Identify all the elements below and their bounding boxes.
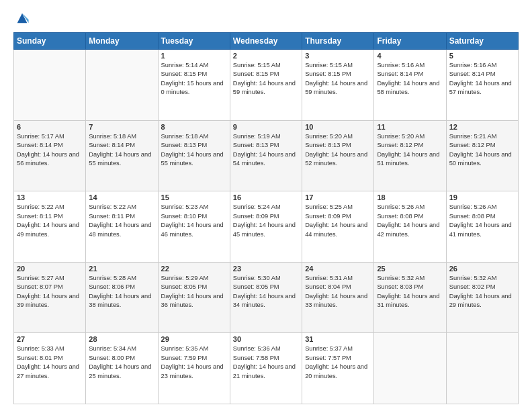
day-number: 28 xyxy=(89,335,154,343)
day-number: 12 xyxy=(449,123,515,131)
calendar-cell: 27Sunrise: 5:33 AMSunset: 8:01 PMDayligh… xyxy=(14,333,86,404)
calendar-cell: 15Sunrise: 5:23 AMSunset: 8:10 PMDayligh… xyxy=(158,191,230,263)
day-detail: Sunrise: 5:36 AMSunset: 7:58 PMDaylight:… xyxy=(233,345,299,381)
calendar-cell: 31Sunrise: 5:37 AMSunset: 7:57 PMDayligh… xyxy=(302,333,374,404)
calendar-cell: 2Sunrise: 5:15 AMSunset: 8:15 PMDaylight… xyxy=(230,50,302,121)
calendar-cell: 22Sunrise: 5:29 AMSunset: 8:05 PMDayligh… xyxy=(158,262,230,333)
daylight-text: Daylight: 14 hours and 38 minutes. xyxy=(89,292,154,310)
sunrise-text: Sunrise: 5:15 AM xyxy=(233,61,299,70)
calendar-cell: 28Sunrise: 5:34 AMSunset: 8:00 PMDayligh… xyxy=(86,333,158,404)
day-number: 26 xyxy=(449,265,515,273)
daylight-text: Daylight: 14 hours and 34 minutes. xyxy=(233,292,299,310)
sunset-text: Sunset: 8:13 PM xyxy=(305,141,371,150)
calendar-cell: 9Sunrise: 5:19 AMSunset: 8:13 PMDaylight… xyxy=(230,120,302,191)
weekday-header-tuesday: Tuesday xyxy=(158,33,230,50)
day-detail: Sunrise: 5:26 AMSunset: 8:08 PMDaylight:… xyxy=(449,203,515,239)
calendar-cell: 23Sunrise: 5:30 AMSunset: 8:05 PMDayligh… xyxy=(230,262,302,333)
daylight-text: Daylight: 14 hours and 41 minutes. xyxy=(449,221,515,239)
sunrise-text: Sunrise: 5:30 AM xyxy=(233,274,299,283)
day-detail: Sunrise: 5:20 AMSunset: 8:13 PMDaylight:… xyxy=(305,132,371,169)
weekday-header-sunday: Sunday xyxy=(14,33,86,50)
day-number: 31 xyxy=(305,335,371,343)
sunrise-text: Sunrise: 5:33 AM xyxy=(17,345,83,353)
sunset-text: Sunset: 8:07 PM xyxy=(17,283,83,291)
day-detail: Sunrise: 5:35 AMSunset: 7:59 PMDaylight:… xyxy=(161,345,227,381)
day-detail: Sunrise: 5:27 AMSunset: 8:07 PMDaylight:… xyxy=(17,274,83,310)
calendar-cell: 11Sunrise: 5:20 AMSunset: 8:12 PMDayligh… xyxy=(374,120,446,191)
calendar-cell: 30Sunrise: 5:36 AMSunset: 7:58 PMDayligh… xyxy=(230,333,302,404)
day-detail: Sunrise: 5:25 AMSunset: 8:09 PMDaylight:… xyxy=(305,203,371,239)
day-number: 5 xyxy=(449,52,515,60)
page-header xyxy=(13,11,519,26)
sunrise-text: Sunrise: 5:19 AM xyxy=(233,132,299,141)
day-number: 3 xyxy=(305,52,371,60)
daylight-text: Daylight: 14 hours and 48 minutes. xyxy=(89,221,154,239)
calendar-cell: 10Sunrise: 5:20 AMSunset: 8:13 PMDayligh… xyxy=(302,120,374,191)
sunrise-text: Sunrise: 5:25 AM xyxy=(305,203,371,212)
sunrise-text: Sunrise: 5:17 AM xyxy=(17,132,83,141)
day-detail: Sunrise: 5:37 AMSunset: 7:57 PMDaylight:… xyxy=(305,345,371,381)
daylight-text: Daylight: 14 hours and 57 minutes. xyxy=(449,79,515,97)
week-row-1: 1Sunrise: 5:14 AMSunset: 8:15 PMDaylight… xyxy=(14,50,519,121)
sunrise-text: Sunrise: 5:18 AM xyxy=(89,132,154,141)
sunrise-text: Sunrise: 5:37 AM xyxy=(305,345,371,353)
sunset-text: Sunset: 7:59 PM xyxy=(161,354,227,363)
calendar-cell: 12Sunrise: 5:21 AMSunset: 8:12 PMDayligh… xyxy=(446,120,518,191)
calendar-cell: 13Sunrise: 5:22 AMSunset: 8:11 PMDayligh… xyxy=(14,191,86,263)
sunset-text: Sunset: 8:12 PM xyxy=(449,141,515,150)
sunrise-text: Sunrise: 5:22 AM xyxy=(17,203,83,212)
sunrise-text: Sunrise: 5:35 AM xyxy=(161,345,227,353)
daylight-text: Daylight: 14 hours and 44 minutes. xyxy=(305,221,371,239)
day-number: 9 xyxy=(233,123,299,131)
daylight-text: Daylight: 14 hours and 59 minutes. xyxy=(233,79,299,97)
day-detail: Sunrise: 5:23 AMSunset: 8:10 PMDaylight:… xyxy=(161,203,227,239)
sunset-text: Sunset: 8:14 PM xyxy=(449,70,515,79)
day-detail: Sunrise: 5:33 AMSunset: 8:01 PMDaylight:… xyxy=(17,345,83,381)
daylight-text: Daylight: 14 hours and 56 minutes. xyxy=(17,150,83,169)
sunrise-text: Sunrise: 5:26 AM xyxy=(377,203,443,212)
day-detail: Sunrise: 5:16 AMSunset: 8:14 PMDaylight:… xyxy=(449,61,515,97)
day-detail: Sunrise: 5:34 AMSunset: 8:00 PMDaylight:… xyxy=(89,345,154,381)
sunrise-text: Sunrise: 5:21 AM xyxy=(449,132,515,141)
calendar-cell: 25Sunrise: 5:32 AMSunset: 8:03 PMDayligh… xyxy=(374,262,446,333)
day-number: 19 xyxy=(449,193,515,201)
day-detail: Sunrise: 5:17 AMSunset: 8:14 PMDaylight:… xyxy=(17,132,83,169)
calendar-cell: 20Sunrise: 5:27 AMSunset: 8:07 PMDayligh… xyxy=(14,262,86,333)
sunset-text: Sunset: 8:02 PM xyxy=(449,283,515,291)
calendar-cell: 14Sunrise: 5:22 AMSunset: 8:11 PMDayligh… xyxy=(86,191,158,263)
sunrise-text: Sunrise: 5:27 AM xyxy=(17,274,83,283)
calendar-cell: 1Sunrise: 5:14 AMSunset: 8:15 PMDaylight… xyxy=(158,50,230,121)
calendar-cell xyxy=(446,333,518,404)
day-detail: Sunrise: 5:16 AMSunset: 8:14 PMDaylight:… xyxy=(377,61,443,97)
sunset-text: Sunset: 8:01 PM xyxy=(17,354,83,363)
daylight-text: Daylight: 14 hours and 39 minutes. xyxy=(17,292,83,310)
sunset-text: Sunset: 8:14 PM xyxy=(89,141,154,150)
sunrise-text: Sunrise: 5:31 AM xyxy=(305,274,371,283)
week-row-2: 6Sunrise: 5:17 AMSunset: 8:14 PMDaylight… xyxy=(14,120,519,191)
calendar-cell: 17Sunrise: 5:25 AMSunset: 8:09 PMDayligh… xyxy=(302,191,374,263)
calendar-cell: 19Sunrise: 5:26 AMSunset: 8:08 PMDayligh… xyxy=(446,191,518,263)
calendar-cell xyxy=(374,333,446,404)
day-number: 20 xyxy=(17,265,83,273)
day-number: 15 xyxy=(161,193,227,201)
day-number: 27 xyxy=(17,335,83,343)
day-number: 22 xyxy=(161,265,227,273)
week-row-5: 27Sunrise: 5:33 AMSunset: 8:01 PMDayligh… xyxy=(14,333,519,404)
sunset-text: Sunset: 7:58 PM xyxy=(233,354,299,363)
sunrise-text: Sunrise: 5:20 AM xyxy=(305,132,371,141)
daylight-text: Daylight: 14 hours and 55 minutes. xyxy=(89,150,154,169)
sunset-text: Sunset: 8:15 PM xyxy=(233,70,299,79)
daylight-text: Daylight: 14 hours and 51 minutes. xyxy=(377,150,443,169)
sunrise-text: Sunrise: 5:28 AM xyxy=(89,274,154,283)
weekday-header-saturday: Saturday xyxy=(446,33,518,50)
day-number: 30 xyxy=(233,335,299,343)
sunset-text: Sunset: 8:13 PM xyxy=(161,141,227,150)
day-detail: Sunrise: 5:14 AMSunset: 8:15 PMDaylight:… xyxy=(161,61,227,97)
day-number: 23 xyxy=(233,265,299,273)
sunset-text: Sunset: 8:09 PM xyxy=(233,212,299,221)
calendar-cell: 26Sunrise: 5:32 AMSunset: 8:02 PMDayligh… xyxy=(446,262,518,333)
day-number: 4 xyxy=(377,52,443,60)
calendar-cell: 29Sunrise: 5:35 AMSunset: 7:59 PMDayligh… xyxy=(158,333,230,404)
daylight-text: Daylight: 14 hours and 20 minutes. xyxy=(305,363,371,381)
calendar-cell: 5Sunrise: 5:16 AMSunset: 8:14 PMDaylight… xyxy=(446,50,518,121)
